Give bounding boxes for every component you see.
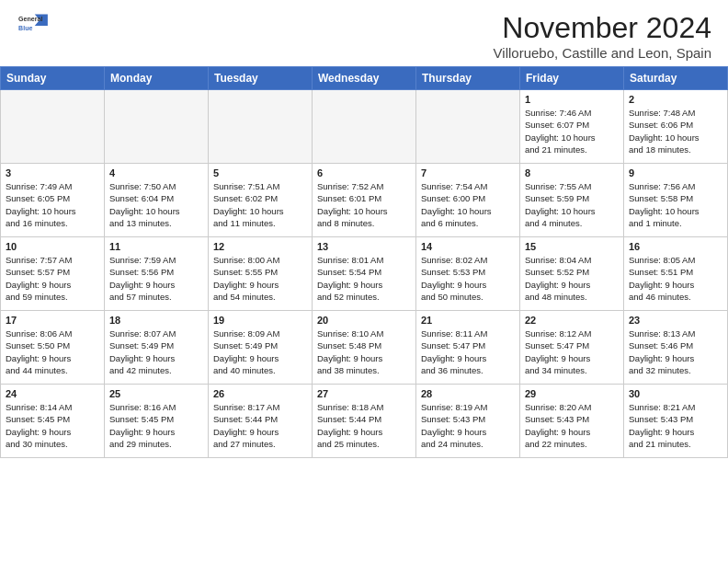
weekday-header-friday: Friday bbox=[520, 67, 624, 90]
calendar-cell: 4Sunrise: 7:50 AM Sunset: 6:04 PM Daylig… bbox=[105, 164, 209, 237]
day-info: Sunrise: 8:12 AM Sunset: 5:47 PM Dayligh… bbox=[525, 327, 619, 376]
day-info: Sunrise: 7:55 AM Sunset: 5:59 PM Dayligh… bbox=[525, 180, 619, 229]
calendar-cell: 11Sunrise: 7:59 AM Sunset: 5:56 PM Dayli… bbox=[105, 237, 209, 311]
svg-text:Blue: Blue bbox=[18, 25, 32, 31]
day-number: 15 bbox=[525, 241, 619, 252]
day-number: 29 bbox=[525, 388, 619, 399]
day-info: Sunrise: 8:01 AM Sunset: 5:54 PM Dayligh… bbox=[317, 254, 411, 303]
day-info: Sunrise: 8:14 AM Sunset: 5:45 PM Dayligh… bbox=[6, 401, 99, 450]
calendar-table: SundayMondayTuesdayWednesdayThursdayFrid… bbox=[0, 66, 728, 458]
page-header: General Blue November 2024 Villoruebo, C… bbox=[0, 0, 728, 66]
day-info: Sunrise: 7:56 AM Sunset: 5:58 PM Dayligh… bbox=[629, 180, 722, 229]
day-number: 9 bbox=[629, 167, 722, 178]
calendar-cell: 18Sunrise: 8:07 AM Sunset: 5:49 PM Dayli… bbox=[105, 311, 209, 385]
day-number: 2 bbox=[629, 94, 722, 105]
day-number: 4 bbox=[109, 167, 203, 178]
day-info: Sunrise: 7:52 AM Sunset: 6:01 PM Dayligh… bbox=[317, 180, 411, 229]
logo: General Blue bbox=[17, 11, 50, 39]
weekday-header-thursday: Thursday bbox=[416, 67, 520, 90]
title-block: November 2024 Villoruebo, Castille and L… bbox=[494, 11, 711, 61]
calendar-cell: 29Sunrise: 8:20 AM Sunset: 5:43 PM Dayli… bbox=[520, 385, 624, 458]
day-info: Sunrise: 8:16 AM Sunset: 5:45 PM Dayligh… bbox=[109, 401, 203, 450]
calendar-cell: 16Sunrise: 8:05 AM Sunset: 5:51 PM Dayli… bbox=[624, 237, 728, 311]
location-title: Villoruebo, Castille and Leon, Spain bbox=[494, 45, 711, 61]
weekday-header-monday: Monday bbox=[105, 67, 209, 90]
calendar-cell bbox=[416, 90, 520, 164]
day-info: Sunrise: 8:18 AM Sunset: 5:44 PM Dayligh… bbox=[317, 401, 411, 450]
day-number: 3 bbox=[6, 167, 99, 178]
day-info: Sunrise: 7:57 AM Sunset: 5:57 PM Dayligh… bbox=[6, 254, 99, 303]
day-info: Sunrise: 8:00 AM Sunset: 5:55 PM Dayligh… bbox=[213, 254, 307, 303]
calendar-cell bbox=[1, 90, 105, 164]
calendar-cell bbox=[105, 90, 209, 164]
calendar-cell: 19Sunrise: 8:09 AM Sunset: 5:49 PM Dayli… bbox=[209, 311, 313, 385]
day-number: 22 bbox=[525, 315, 619, 326]
day-info: Sunrise: 7:51 AM Sunset: 6:02 PM Dayligh… bbox=[213, 180, 307, 229]
calendar-cell: 30Sunrise: 8:21 AM Sunset: 5:43 PM Dayli… bbox=[624, 385, 728, 458]
weekday-header-row: SundayMondayTuesdayWednesdayThursdayFrid… bbox=[1, 67, 728, 90]
calendar-cell: 2Sunrise: 7:48 AM Sunset: 6:06 PM Daylig… bbox=[624, 90, 728, 164]
day-number: 26 bbox=[213, 388, 307, 399]
calendar-cell: 1Sunrise: 7:46 AM Sunset: 6:07 PM Daylig… bbox=[520, 90, 624, 164]
day-info: Sunrise: 8:19 AM Sunset: 5:43 PM Dayligh… bbox=[421, 401, 515, 450]
calendar-cell: 6Sunrise: 7:52 AM Sunset: 6:01 PM Daylig… bbox=[313, 164, 416, 237]
logo-icon: General Blue bbox=[17, 11, 50, 39]
day-number: 8 bbox=[525, 167, 619, 178]
day-number: 17 bbox=[6, 315, 99, 326]
day-info: Sunrise: 7:49 AM Sunset: 6:05 PM Dayligh… bbox=[6, 180, 99, 229]
calendar-cell bbox=[209, 90, 313, 164]
day-number: 7 bbox=[421, 167, 515, 178]
day-info: Sunrise: 7:59 AM Sunset: 5:56 PM Dayligh… bbox=[109, 254, 203, 303]
calendar-cell: 21Sunrise: 8:11 AM Sunset: 5:47 PM Dayli… bbox=[416, 311, 520, 385]
day-number: 13 bbox=[317, 241, 411, 252]
calendar-cell: 24Sunrise: 8:14 AM Sunset: 5:45 PM Dayli… bbox=[1, 385, 105, 458]
day-info: Sunrise: 8:06 AM Sunset: 5:50 PM Dayligh… bbox=[6, 327, 99, 376]
calendar-cell: 15Sunrise: 8:04 AM Sunset: 5:52 PM Dayli… bbox=[520, 237, 624, 311]
day-number: 14 bbox=[421, 241, 515, 252]
day-info: Sunrise: 7:50 AM Sunset: 6:04 PM Dayligh… bbox=[109, 180, 203, 229]
day-number: 10 bbox=[6, 241, 99, 252]
calendar-cell: 7Sunrise: 7:54 AM Sunset: 6:00 PM Daylig… bbox=[416, 164, 520, 237]
week-row-2: 3Sunrise: 7:49 AM Sunset: 6:05 PM Daylig… bbox=[1, 164, 728, 237]
calendar-cell: 14Sunrise: 8:02 AM Sunset: 5:53 PM Dayli… bbox=[416, 237, 520, 311]
day-number: 25 bbox=[109, 388, 203, 399]
day-number: 11 bbox=[109, 241, 203, 252]
day-info: Sunrise: 8:10 AM Sunset: 5:48 PM Dayligh… bbox=[317, 327, 411, 376]
day-info: Sunrise: 8:17 AM Sunset: 5:44 PM Dayligh… bbox=[213, 401, 307, 450]
day-info: Sunrise: 8:20 AM Sunset: 5:43 PM Dayligh… bbox=[525, 401, 619, 450]
weekday-header-saturday: Saturday bbox=[624, 67, 728, 90]
calendar-cell: 12Sunrise: 8:00 AM Sunset: 5:55 PM Dayli… bbox=[209, 237, 313, 311]
day-info: Sunrise: 8:04 AM Sunset: 5:52 PM Dayligh… bbox=[525, 254, 619, 303]
day-number: 30 bbox=[629, 388, 722, 399]
calendar-cell: 27Sunrise: 8:18 AM Sunset: 5:44 PM Dayli… bbox=[313, 385, 416, 458]
day-info: Sunrise: 8:02 AM Sunset: 5:53 PM Dayligh… bbox=[421, 254, 515, 303]
day-info: Sunrise: 8:09 AM Sunset: 5:49 PM Dayligh… bbox=[213, 327, 307, 376]
day-number: 23 bbox=[629, 315, 722, 326]
day-number: 24 bbox=[6, 388, 99, 399]
calendar-cell: 23Sunrise: 8:13 AM Sunset: 5:46 PM Dayli… bbox=[624, 311, 728, 385]
calendar-cell: 26Sunrise: 8:17 AM Sunset: 5:44 PM Dayli… bbox=[209, 385, 313, 458]
calendar-cell: 25Sunrise: 8:16 AM Sunset: 5:45 PM Dayli… bbox=[105, 385, 209, 458]
calendar-cell: 8Sunrise: 7:55 AM Sunset: 5:59 PM Daylig… bbox=[520, 164, 624, 237]
week-row-4: 17Sunrise: 8:06 AM Sunset: 5:50 PM Dayli… bbox=[1, 311, 728, 385]
week-row-5: 24Sunrise: 8:14 AM Sunset: 5:45 PM Dayli… bbox=[1, 385, 728, 458]
day-info: Sunrise: 8:21 AM Sunset: 5:43 PM Dayligh… bbox=[629, 401, 722, 450]
calendar-cell: 3Sunrise: 7:49 AM Sunset: 6:05 PM Daylig… bbox=[1, 164, 105, 237]
calendar-cell: 13Sunrise: 8:01 AM Sunset: 5:54 PM Dayli… bbox=[313, 237, 416, 311]
day-number: 28 bbox=[421, 388, 515, 399]
calendar-cell: 28Sunrise: 8:19 AM Sunset: 5:43 PM Dayli… bbox=[416, 385, 520, 458]
day-info: Sunrise: 8:07 AM Sunset: 5:49 PM Dayligh… bbox=[109, 327, 203, 376]
weekday-header-wednesday: Wednesday bbox=[313, 67, 416, 90]
calendar-cell: 9Sunrise: 7:56 AM Sunset: 5:58 PM Daylig… bbox=[624, 164, 728, 237]
weekday-header-tuesday: Tuesday bbox=[209, 67, 313, 90]
day-info: Sunrise: 8:11 AM Sunset: 5:47 PM Dayligh… bbox=[421, 327, 515, 376]
week-row-3: 10Sunrise: 7:57 AM Sunset: 5:57 PM Dayli… bbox=[1, 237, 728, 311]
day-info: Sunrise: 8:13 AM Sunset: 5:46 PM Dayligh… bbox=[629, 327, 722, 376]
day-number: 6 bbox=[317, 167, 411, 178]
day-number: 21 bbox=[421, 315, 515, 326]
day-info: Sunrise: 8:05 AM Sunset: 5:51 PM Dayligh… bbox=[629, 254, 722, 303]
day-number: 12 bbox=[213, 241, 307, 252]
calendar-cell bbox=[313, 90, 416, 164]
calendar-cell: 17Sunrise: 8:06 AM Sunset: 5:50 PM Dayli… bbox=[1, 311, 105, 385]
day-number: 20 bbox=[317, 315, 411, 326]
